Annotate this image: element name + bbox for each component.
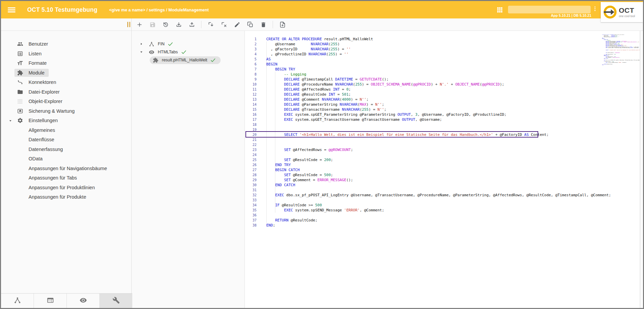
code-line[interactable]: EXEC dbo.sx_pf_pPOST_API_LogEntry @Usern… <box>266 193 599 198</box>
download-button[interactable] <box>174 19 184 30</box>
menu-icon[interactable] <box>8 5 17 14</box>
line-number: 7 <box>244 67 257 72</box>
sidebar-item-datei-explorer[interactable]: Datei-Explorer <box>1 87 131 97</box>
sidebar-item-label: Formate <box>29 60 47 66</box>
sidebar-item-objekt-explorer[interactable]: Objekt-Explorer <box>1 97 131 106</box>
code-line[interactable]: AS <box>266 57 599 62</box>
tab-preview-view[interactable] <box>67 294 100 308</box>
code-line[interactable]: DECLARE @TimestampCall DATETIME = GETUTC… <box>266 77 599 82</box>
sidebar-splitter[interactable] <box>131 18 132 308</box>
code-line[interactable]: , @ProductlineID NVARCHAR(255) = '' <box>266 52 599 57</box>
tab-table-view[interactable] <box>34 294 67 308</box>
code-line[interactable]: DECLARE @ParameterString NVARCHAR(MAX) =… <box>266 102 599 107</box>
sidebar-item-benutzer[interactable]: Benutzer <box>1 39 131 49</box>
app-title: OCT 5.10 Testumgebung <box>27 1 97 18</box>
user-badge-blurred[interactable] <box>508 6 591 13</box>
sidebar-item-einstellungen[interactable]: Einstellungen <box>1 116 131 125</box>
line-number: 31 <box>244 188 257 193</box>
sidebar-item-anpassungen-f-r-navigationsb-ume[interactable]: Anpassungen für Navigationsbäume <box>1 164 131 173</box>
editor-minimap[interactable]: CREATE OR ALTER PROCEDURE result.pHTML_H… <box>602 35 640 67</box>
code-line[interactable]: RETURN @ResultCode; <box>266 218 599 223</box>
add-button[interactable] <box>134 19 144 30</box>
sidebar-item-konnektoren[interactable]: Konnektoren <box>1 78 131 87</box>
chevron-down-icon[interactable] <box>139 50 143 54</box>
code-line[interactable] <box>266 122 599 127</box>
code-line[interactable]: BEGIN CATCH <box>266 167 599 172</box>
code-line[interactable]: BEGIN <box>266 62 599 67</box>
code-line[interactable]: CREATE OR ALTER PROCEDURE result.pHTML_H… <box>266 37 599 42</box>
sidebar-item-anpassungen-f-r-produktlinien[interactable]: Anpassungen für Produktlinien <box>1 183 131 193</box>
sidebar-item-module[interactable]: Module <box>1 68 131 78</box>
code-line[interactable]: DECLARE @AffectedRows INT = 0; <box>266 87 599 92</box>
code-line[interactable]: @Username NVARCHAR(255) <box>266 42 599 47</box>
tree-splitter[interactable] <box>244 31 245 308</box>
line-number: 23 <box>244 147 257 152</box>
code-line[interactable]: DECLARE @Comment NVARCHAR(4000) = N''; <box>266 97 599 102</box>
code-line[interactable] <box>266 213 599 218</box>
code-line[interactable]: EXEC system.spGET_ParameterString @Param… <box>266 112 599 117</box>
sidebar-item-odata[interactable]: OData <box>1 154 131 164</box>
edit-button[interactable] <box>232 19 242 30</box>
tab-hierarchy-view[interactable] <box>1 294 34 308</box>
version-label: App 5.10.21 | DB 5.10.21 <box>551 13 591 17</box>
tab-tools-view[interactable] <box>100 294 132 308</box>
code-line[interactable] <box>266 137 599 142</box>
chevron-right-icon[interactable] <box>139 42 143 46</box>
discard-button[interactable] <box>219 19 229 30</box>
panel-splitter-handle[interactable] <box>126 19 131 30</box>
check-in-button[interactable] <box>206 19 216 30</box>
line-number: 1 <box>244 37 257 42</box>
script-document-button[interactable] <box>277 19 287 30</box>
apps-grid-icon[interactable] <box>496 6 504 14</box>
code-line[interactable]: , @FactoryID NVARCHAR(255) = '' <box>266 47 599 52</box>
code-line[interactable]: BEGIN TRY <box>266 67 599 72</box>
tree-item-result-phtml-hallowelt[interactable]: result.pHTML_HalloWelt <box>131 56 244 64</box>
sidebar-item-formate[interactable]: Formate <box>1 58 131 68</box>
code-line[interactable]: EXEC system.spGET_TransactUsername @Tran… <box>266 117 599 122</box>
code-line[interactable]: DECLARE @ResultCode INT = 501; <box>266 92 599 97</box>
sidebar-item-listen[interactable]: Listen <box>1 49 131 59</box>
kebab-menu-icon[interactable] <box>592 6 598 14</box>
line-number: 14 <box>244 102 257 107</box>
code-line[interactable]: SET @ResultCode = 200; <box>266 157 599 162</box>
sidebar-item-allgemeines[interactable]: Allgemeines <box>1 125 131 135</box>
sidebar-item-anpassungen-f-r-produkte[interactable]: Anpassungen für Produkte <box>1 192 131 202</box>
chevron-down-icon[interactable] <box>8 118 12 122</box>
upload-button[interactable] <box>187 19 197 30</box>
restore-button[interactable] <box>160 19 171 30</box>
code-line[interactable]: SET @ResultCode = 500; <box>266 172 599 177</box>
line-number: 36 <box>244 213 257 218</box>
sidebar-item-label: Module <box>29 70 45 75</box>
code-line[interactable]: DECLARE @ProcedureName NVARCHAR(255) = O… <box>266 82 599 87</box>
code-line[interactable] <box>266 198 599 203</box>
sidebar-item-datenfl-sse[interactable]: Datenflüsse <box>1 135 131 145</box>
line-number: 22 <box>244 142 257 147</box>
code-line[interactable]: END CATCH <box>266 183 599 188</box>
breadcrumb: <give me a name> / settings / ModuleMana… <box>109 1 209 19</box>
code-line[interactable]: END; <box>266 223 599 228</box>
code-line[interactable] <box>266 152 599 157</box>
sidebar-item-anpassungen-f-r-tabs[interactable]: Anpassungen für Tabs <box>1 173 131 183</box>
code-line[interactable] <box>266 188 599 193</box>
line-number: 26 <box>244 162 257 167</box>
toolbar-divider-line <box>1 31 643 31</box>
code-line[interactable]: EXEC system.spSEND_Message 'ERROR', @Com… <box>266 208 599 213</box>
sidebar-item-label: Objekt-Explorer <box>29 99 62 104</box>
save-button[interactable] <box>147 19 157 30</box>
line-number: 34 <box>244 203 257 208</box>
list-icon <box>17 51 23 57</box>
code-line[interactable]: DECLARE @TransactUsername NVARCHAR(255) … <box>266 107 599 112</box>
sidebar-item-datenerfassung[interactable]: Datenerfassung <box>1 145 131 154</box>
tree-item-fin[interactable]: FIN <box>131 40 244 48</box>
code-line[interactable]: SET @Comment = ERROR_MESSAGE(); <box>266 177 599 183</box>
code-line[interactable] <box>266 142 599 147</box>
code-line[interactable]: SET @AffectedRows = @@ROWCOUNT; <box>266 147 599 152</box>
code-line[interactable]: END TRY <box>266 162 599 167</box>
code-line[interactable]: IF @ResultCode >= 500 <box>266 203 599 208</box>
code-line[interactable]: -- Logging <box>266 72 599 77</box>
tree-item-htmltabs[interactable]: HTMLTabs <box>131 48 244 56</box>
duplicate-button[interactable] <box>245 19 255 30</box>
editor-scrollbar[interactable] <box>639 31 641 308</box>
delete-button[interactable] <box>258 19 268 30</box>
sidebar-item-sicherung-wartung[interactable]: Sicherung & Wartung <box>1 106 131 116</box>
